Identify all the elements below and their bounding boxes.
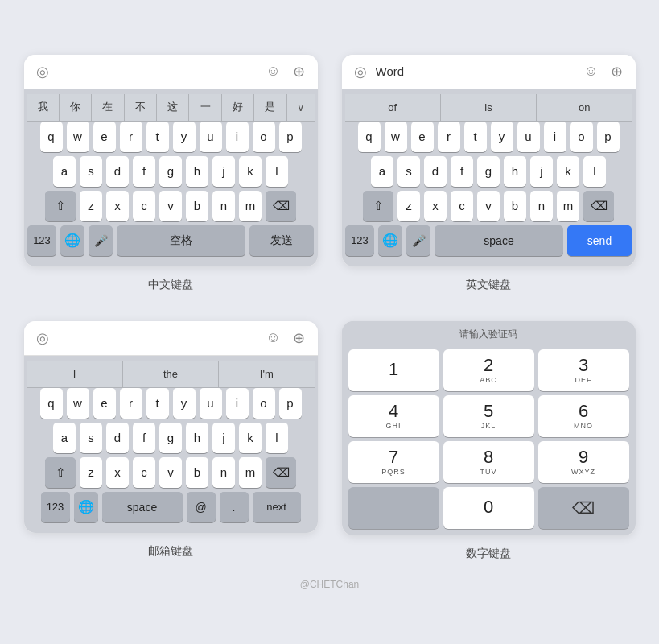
key-g-en[interactable]: g xyxy=(477,156,500,187)
key-c-cn[interactable]: c xyxy=(133,191,155,221)
key-i-email[interactable]: i xyxy=(226,388,249,419)
key-l-cn[interactable]: l xyxy=(266,156,288,187)
key-shift-en[interactable]: ⇧ xyxy=(363,191,393,221)
key-q-cn[interactable]: q xyxy=(40,122,63,152)
plus-icon-en[interactable]: ⊕ xyxy=(607,61,628,82)
en-suggest-0[interactable]: of xyxy=(345,94,441,121)
key-a-email[interactable]: a xyxy=(53,423,76,453)
email-suggest-1[interactable]: the xyxy=(123,361,219,387)
key-space-en[interactable]: space xyxy=(435,225,563,256)
key-m-cn[interactable]: m xyxy=(239,191,262,221)
key-globe-email[interactable]: 🌐 xyxy=(74,492,98,522)
key-i-en[interactable]: i xyxy=(544,122,566,152)
key-d-cn[interactable]: d xyxy=(106,156,129,187)
key-s-email[interactable]: s xyxy=(80,423,102,453)
plus-icon-email[interactable]: ⊕ xyxy=(289,328,310,349)
key-k-email[interactable]: k xyxy=(239,423,262,453)
key-mic-en[interactable]: 🎤 xyxy=(406,225,430,256)
key-k-en[interactable]: k xyxy=(557,156,579,187)
key-globe-en[interactable]: 🌐 xyxy=(378,225,402,256)
key-send-cn[interactable]: 发送 xyxy=(249,225,314,256)
key-globe-cn[interactable]: 🌐 xyxy=(60,225,84,256)
key-b-en[interactable]: b xyxy=(504,191,526,221)
key-n-email[interactable]: n xyxy=(212,457,235,488)
key-v-en[interactable]: v xyxy=(477,191,500,221)
key-t-en[interactable]: t xyxy=(464,122,487,152)
key-w-en[interactable]: w xyxy=(385,122,407,152)
key-z-email[interactable]: z xyxy=(80,457,102,488)
key-123-email[interactable]: 123 xyxy=(41,492,70,522)
key-h-cn[interactable]: h xyxy=(186,156,208,187)
key-c-en[interactable]: c xyxy=(451,191,473,221)
key-o-en[interactable]: o xyxy=(570,122,593,152)
key-g-cn[interactable]: g xyxy=(159,156,182,187)
en-suggest-2[interactable]: on xyxy=(537,94,632,121)
key-123-cn[interactable]: 123 xyxy=(27,225,56,256)
numpad-key-3[interactable]: 3 DEF xyxy=(538,349,629,391)
cn-suggest-3[interactable]: 不 xyxy=(125,94,157,121)
key-dot-email[interactable]: . xyxy=(220,492,249,522)
key-v-email[interactable]: v xyxy=(159,457,182,488)
cn-suggest-5[interactable]: 一 xyxy=(189,94,221,121)
key-d-email[interactable]: d xyxy=(106,423,129,453)
key-j-en[interactable]: j xyxy=(530,156,553,187)
key-y-cn[interactable]: y xyxy=(173,122,196,152)
numpad-key-2[interactable]: 2 ABC xyxy=(443,349,534,391)
key-b-cn[interactable]: b xyxy=(186,191,208,221)
key-delete-cn[interactable]: ⌫ xyxy=(266,191,296,221)
key-e-en[interactable]: e xyxy=(411,122,434,152)
chinese-input-field[interactable] xyxy=(58,64,258,78)
numpad-key-8[interactable]: 8 TUV xyxy=(443,441,534,483)
key-h-email[interactable]: h xyxy=(186,423,208,453)
key-q-email[interactable]: q xyxy=(40,388,63,419)
key-p-email[interactable]: p xyxy=(279,388,302,419)
numpad-key-6[interactable]: 6 MNO xyxy=(538,395,629,437)
key-send-en[interactable]: send xyxy=(567,225,632,256)
key-v-cn[interactable]: v xyxy=(159,191,182,221)
key-y-en[interactable]: y xyxy=(491,122,513,152)
numpad-key-5[interactable]: 5 JKL xyxy=(443,395,534,437)
key-o-email[interactable]: o xyxy=(253,388,275,419)
key-delete-en[interactable]: ⌫ xyxy=(583,191,614,221)
key-space-cn[interactable]: 空格 xyxy=(117,225,245,256)
key-q-en[interactable]: q xyxy=(358,122,381,152)
key-g-email[interactable]: g xyxy=(159,423,182,453)
key-next-email[interactable]: next xyxy=(253,492,301,522)
key-l-email[interactable]: l xyxy=(266,423,288,453)
key-r-en[interactable]: r xyxy=(438,122,460,152)
key-j-cn[interactable]: j xyxy=(212,156,235,187)
key-m-en[interactable]: m xyxy=(557,191,579,221)
key-h-en[interactable]: h xyxy=(504,156,526,187)
plus-icon-cn[interactable]: ⊕ xyxy=(289,61,310,82)
key-e-email[interactable]: e xyxy=(93,388,116,419)
key-r-email[interactable]: r xyxy=(120,388,142,419)
key-shift-email[interactable]: ⇧ xyxy=(45,457,76,488)
key-l-en[interactable]: l xyxy=(583,156,606,187)
numpad-key-delete[interactable]: ⌫ xyxy=(538,487,629,529)
numpad-key-0[interactable]: 0 xyxy=(443,487,534,529)
voice-icon[interactable]: ◎ xyxy=(32,61,53,82)
cn-suggest-2[interactable]: 在 xyxy=(92,94,124,121)
cn-suggest-4[interactable]: 这 xyxy=(157,94,189,121)
key-x-email[interactable]: x xyxy=(106,457,129,488)
key-x-en[interactable]: x xyxy=(424,191,447,221)
key-at-email[interactable]: @ xyxy=(187,492,216,522)
key-c-email[interactable]: c xyxy=(133,457,155,488)
key-f-email[interactable]: f xyxy=(133,423,155,453)
key-p-en[interactable]: p xyxy=(597,122,620,152)
key-w-email[interactable]: w xyxy=(67,388,89,419)
en-suggest-1[interactable]: is xyxy=(441,94,537,121)
key-e-cn[interactable]: e xyxy=(93,122,116,152)
key-j-email[interactable]: j xyxy=(212,423,235,453)
key-t-email[interactable]: t xyxy=(146,388,169,419)
key-mic-cn[interactable]: 🎤 xyxy=(89,225,113,256)
cn-suggest-0[interactable]: 我 xyxy=(27,94,60,121)
key-u-cn[interactable]: u xyxy=(200,122,222,152)
key-z-cn[interactable]: z xyxy=(80,191,102,221)
emoji-icon-email[interactable]: ☺ xyxy=(263,328,284,349)
key-delete-email[interactable]: ⌫ xyxy=(266,457,296,488)
key-s-cn[interactable]: s xyxy=(80,156,102,187)
key-space-email[interactable]: space xyxy=(102,492,183,522)
cn-suggest-expand[interactable]: ∨ xyxy=(287,94,315,121)
key-x-cn[interactable]: x xyxy=(106,191,129,221)
